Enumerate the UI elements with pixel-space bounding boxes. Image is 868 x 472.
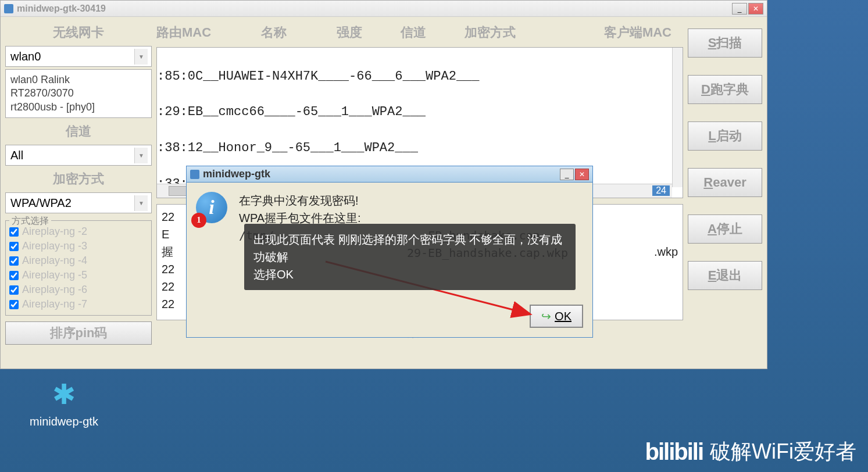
left-panel: 无线网卡 wlan0 wlan0 Ralink RT2870/3070 rt28… bbox=[5, 22, 152, 364]
aireplay-check-5[interactable] bbox=[9, 300, 19, 309]
aireplay-row-2[interactable]: Aireplay-ng -4 bbox=[9, 253, 148, 268]
aireplay-check-4[interactable] bbox=[9, 285, 19, 295]
launch-button[interactable]: L启动 bbox=[688, 121, 762, 151]
list-item[interactable]: :29:EB__cmcc66____-65___1___WPA2___ bbox=[157, 103, 683, 121]
aireplay-label-3: Aireplay-ng -5 bbox=[22, 269, 87, 281]
aireplay-check-1[interactable] bbox=[9, 242, 19, 251]
desktop-label: minidwep-gtk bbox=[17, 415, 110, 428]
dialog-line1: 在字典中没有发现密码! bbox=[239, 192, 568, 209]
log-tail: .wkp bbox=[654, 243, 678, 260]
aireplay-check-3[interactable] bbox=[9, 271, 19, 280]
ok-label: OK bbox=[555, 310, 571, 323]
header-channel: 信道 bbox=[401, 24, 447, 41]
right-panel: SS扫描扫描 D跑字典 L启动 Reaver A停止 E退出 bbox=[688, 22, 762, 364]
aireplay-row-5[interactable]: Aireplay-ng -7 bbox=[9, 297, 148, 312]
aireplay-check-2[interactable] bbox=[9, 256, 19, 266]
desktop-shortcut[interactable]: ✱ minidwep-gtk bbox=[17, 378, 110, 428]
header-name: 名称 bbox=[261, 24, 319, 41]
aireplay-row-4[interactable]: Aireplay-ng -6 bbox=[9, 283, 148, 297]
header-mac: 路由MAC bbox=[156, 24, 244, 41]
aireplay-label-0: Aireplay-ng -2 bbox=[22, 226, 87, 238]
channel-label: 信道 bbox=[5, 120, 152, 142]
dialog-title: minidwep-gtk bbox=[203, 168, 270, 180]
window-title: minidwep-gtk-30419 bbox=[17, 3, 106, 14]
aireplay-label-1: Aireplay-ng -3 bbox=[22, 240, 87, 252]
encryption-combo-value: WPA/WPA2 bbox=[10, 196, 72, 210]
app-icon bbox=[4, 4, 13, 13]
header-client: 客户端MAC bbox=[604, 24, 671, 41]
reaver-button[interactable]: Reaver bbox=[688, 168, 762, 197]
minimize-button[interactable]: _ bbox=[732, 3, 747, 15]
titlebar[interactable]: minidwep-gtk-30419 _ ✕ bbox=[1, 1, 767, 17]
aireplay-row-3[interactable]: Aireplay-ng -5 bbox=[9, 268, 148, 283]
wlan-combo[interactable]: wlan0 bbox=[5, 46, 152, 67]
aireplay-label-5: Aireplay-ng -7 bbox=[22, 298, 87, 310]
encryption-combo[interactable]: WPA/WPA2 bbox=[5, 192, 152, 213]
list-count-badge: 24 bbox=[652, 185, 670, 196]
list-scrollbar-v[interactable] bbox=[672, 48, 683, 187]
annotation-badge: 1 bbox=[191, 213, 206, 228]
stop-button[interactable]: A停止 bbox=[688, 214, 762, 244]
sort-pin-button[interactable]: 排序pin码 bbox=[5, 321, 152, 345]
aireplay-label-4: Aireplay-ng -6 bbox=[22, 284, 87, 296]
aireplay-label-2: Aireplay-ng -4 bbox=[22, 255, 87, 267]
list-headers: 路由MAC 名称 强度 信道 加密方式 客户端MAC bbox=[156, 22, 683, 47]
dialog-minimize[interactable]: _ bbox=[560, 169, 574, 180]
splash-icon: ✱ bbox=[17, 378, 110, 413]
aireplay-row-1[interactable]: Aireplay-ng -3 bbox=[9, 239, 148, 253]
method-fieldset: 方式选择 Aireplay-ng -2 Aireplay-ng -3 Airep… bbox=[5, 220, 152, 316]
header-enc: 加密方式 bbox=[465, 24, 534, 41]
method-legend: 方式选择 bbox=[9, 215, 51, 227]
wireless-label: 无线网卡 bbox=[5, 22, 152, 44]
wlan-combo-value: wlan0 bbox=[10, 50, 41, 63]
dialog-titlebar[interactable]: minidwep-gtk _ ✕ bbox=[187, 166, 592, 183]
list-item[interactable]: :85:0C__HUAWEI-N4XH7K____-66___6___WPA2_… bbox=[157, 68, 683, 86]
dialog-icon bbox=[190, 170, 199, 179]
ok-button[interactable]: ↪ OK bbox=[530, 305, 583, 328]
annotation-tooltip: 出现此页面代表 刚刚选择的那个密码字典 不够全面，没有成功破解 选择OK bbox=[244, 224, 576, 290]
channel-combo[interactable]: All bbox=[5, 145, 152, 166]
channel-combo-value: All bbox=[10, 149, 23, 162]
watermark: bilibili 破解WiFi爱好者 bbox=[645, 438, 856, 466]
scan-button[interactable]: SS扫描扫描 bbox=[688, 28, 762, 58]
info-icon: i 1 bbox=[196, 192, 227, 223]
bilibili-logo: bilibili bbox=[645, 439, 703, 465]
encryption-label: 加密方式 bbox=[5, 168, 152, 190]
ok-check-icon: ↪ bbox=[541, 309, 551, 323]
list-item[interactable]: :38:12__Honor_9__-65___1___WPA2___ bbox=[157, 140, 683, 158]
watermark-text: 破解WiFi爱好者 bbox=[710, 438, 856, 466]
tooltip-line1: 出现此页面代表 刚刚选择的那个密码字典 不够全面，没有成功破解 bbox=[253, 231, 566, 266]
aireplay-check-0[interactable] bbox=[9, 227, 19, 237]
dict-button[interactable]: D跑字典 bbox=[688, 75, 762, 104]
dialog-close[interactable]: ✕ bbox=[575, 169, 589, 180]
adapter-info: wlan0 Ralink RT2870/3070 rt2800usb - [ph… bbox=[5, 69, 152, 118]
tooltip-line2: 选择OK bbox=[253, 266, 566, 283]
header-power: 强度 bbox=[337, 24, 383, 41]
close-button[interactable]: ✕ bbox=[748, 3, 763, 15]
exit-button[interactable]: E退出 bbox=[688, 261, 762, 290]
